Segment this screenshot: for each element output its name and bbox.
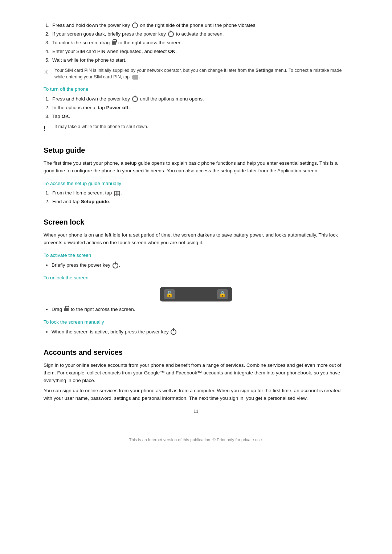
turn-off-note: ! It may take a while for the phone to s… (44, 123, 348, 134)
lock-open-icon: 🔓 (166, 290, 173, 299)
lock-screen-bar: 🔓 🔒 (160, 287, 232, 301)
setup-guide-step-1: From the Home screen, tap . (51, 189, 348, 197)
activate-screen-list: Briefly press the power key . (44, 262, 348, 269)
turn-off-steps: Press and hold down the power key until … (44, 95, 348, 120)
intro-note: ✳ Your SIM card PIN is initially supplie… (44, 67, 348, 81)
page-number: 11 (44, 408, 348, 415)
power-icon-1 (132, 22, 138, 28)
screen-lock-description: When your phone is on and left idle for … (44, 231, 348, 247)
lock-manually-heading: To lock the screen manually (44, 319, 348, 326)
intro-step-3: To unlock the screen, drag to the right … (51, 39, 348, 47)
activate-screen-heading: To activate the screen (44, 252, 348, 259)
power-icon-4 (113, 263, 118, 268)
lock-closed-icon: 🔒 (219, 290, 226, 299)
unlock-screen-heading: To unlock the screen (44, 274, 348, 282)
activate-screen-item: Briefly press the power key . (52, 262, 348, 269)
intro-step-2: If your screen goes dark, briefly press … (51, 30, 348, 38)
accounts-para1: Sign in to your online service accounts … (44, 362, 348, 385)
lock-icon-inline-2 (64, 308, 69, 311)
turn-off-step-1: Press and hold down the power key until … (51, 95, 348, 103)
power-icon-2 (168, 31, 174, 37)
lock-screen-illustration: 🔓 🔒 (44, 287, 348, 301)
intro-step-5: Wait a while for the phone to start. (51, 57, 348, 64)
lock-left: 🔓 (164, 289, 175, 299)
screen-lock-heading: Screen lock (44, 217, 348, 228)
turn-off-step-2: In the options menu, tap Power off. (51, 104, 348, 112)
sun-icon: ✳ (44, 67, 52, 78)
turn-off-heading: To turn off the phone (44, 86, 348, 93)
power-icon-5 (171, 329, 176, 335)
footer-text: This is an Internet version of this publ… (44, 437, 348, 443)
setup-guide-steps: From the Home screen, tap . Find and tap… (44, 189, 348, 206)
setup-guide-step-2: Find and tap Setup guide. (51, 198, 348, 206)
lock-icon-inline-1 (112, 41, 116, 45)
intro-step-1: Press and hold down the power key on the… (51, 22, 348, 29)
turn-off-note-text: It may take a while for the phone to shu… (54, 123, 148, 130)
power-icon-3 (132, 96, 138, 102)
lock-manually-item: When the screen is active, briefly press… (52, 328, 348, 336)
setup-guide-access-heading: To access the setup guide manually (44, 180, 348, 188)
lock-right: 🔒 (217, 289, 228, 299)
exclaim-icon-1: ! (44, 124, 52, 134)
setup-guide-description: The first time you start your phone, a s… (44, 160, 348, 175)
setup-guide-heading: Setup guide (44, 145, 348, 156)
turn-off-step-3: Tap OK. (51, 113, 348, 120)
unlock-screen-item: Drag to the right across the screen. (52, 306, 348, 313)
intro-steps: Press and hold down the power key on the… (44, 22, 348, 64)
backspace-icon (132, 75, 138, 80)
intro-step-4: Enter your SIM card PIN when requested, … (51, 48, 348, 56)
unlock-screen-list: Drag to the right across the screen. (44, 306, 348, 313)
accounts-heading: Accounts and services (44, 347, 348, 358)
grid-icon (114, 191, 120, 196)
accounts-para2: You can sign up to online services from … (44, 387, 348, 402)
lock-manually-list: When the screen is active, briefly press… (44, 328, 348, 336)
